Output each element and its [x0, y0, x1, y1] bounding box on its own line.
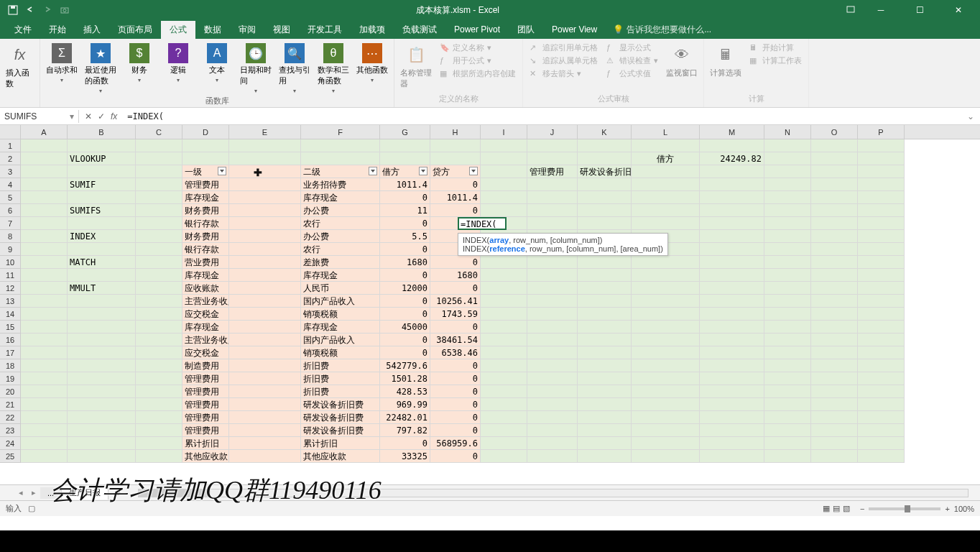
row-header-21[interactable]: 21	[0, 398, 20, 411]
cell-A25[interactable]	[21, 450, 68, 463]
cell-N10[interactable]	[764, 256, 811, 269]
cell-E6[interactable]	[229, 204, 301, 217]
cell-D2[interactable]	[182, 152, 229, 165]
cell-C20[interactable]	[136, 385, 182, 398]
cell-C16[interactable]	[136, 334, 182, 346]
cell-M8[interactable]	[700, 230, 764, 243]
zoom-slider[interactable]	[869, 507, 940, 510]
cell-I4[interactable]	[481, 178, 527, 191]
cell-D21[interactable]: 管理费用	[182, 398, 229, 411]
cell-B15[interactable]	[68, 321, 136, 334]
cell-C3[interactable]	[136, 165, 182, 178]
col-header-K[interactable]: K	[578, 125, 632, 139]
cell-F15[interactable]: 库存现金	[301, 321, 380, 334]
cell-M3[interactable]	[700, 165, 764, 178]
cell-P21[interactable]	[858, 398, 905, 411]
cell-B2[interactable]: VLOOKUP	[68, 152, 136, 165]
cell-J4[interactable]	[527, 178, 578, 191]
cell-C19[interactable]	[136, 372, 182, 385]
tab-insert[interactable]: 插入	[75, 21, 109, 39]
cell-I13[interactable]	[481, 295, 527, 308]
cell-D19[interactable]: 管理费用	[182, 372, 229, 385]
cell-N21[interactable]	[764, 398, 811, 411]
cell-J17[interactable]	[527, 346, 578, 359]
cell-N16[interactable]	[764, 334, 811, 346]
cell-A7[interactable]	[21, 217, 68, 230]
cell-H19[interactable]: 0	[430, 372, 481, 385]
col-header-A[interactable]: A	[21, 125, 68, 139]
cell-P14[interactable]	[858, 308, 905, 321]
tab-team[interactable]: 团队	[509, 21, 543, 39]
cell-E13[interactable]	[229, 295, 301, 308]
cell-N11[interactable]	[764, 269, 811, 282]
cell-M17[interactable]	[700, 346, 764, 359]
cell-I25[interactable]	[481, 450, 527, 463]
cell-P13[interactable]	[858, 295, 905, 308]
tab-powerview[interactable]: Power View	[543, 22, 606, 37]
cell-F16[interactable]: 国内产品收入	[301, 334, 380, 346]
cell-I3[interactable]	[481, 165, 527, 178]
cell-E7[interactable]	[229, 217, 301, 230]
cell-E1[interactable]	[229, 139, 301, 152]
cell-O8[interactable]	[811, 230, 858, 243]
cell-L10[interactable]	[632, 256, 700, 269]
cell-G3[interactable]: 借方	[380, 165, 430, 178]
cell-G4[interactable]: 1011.4	[380, 178, 430, 191]
enter-formula-icon[interactable]: ✓	[98, 111, 105, 121]
cell-O13[interactable]	[811, 295, 858, 308]
cell-H23[interactable]: 0	[430, 424, 481, 437]
tab-loadtest[interactable]: 负载测试	[394, 21, 445, 39]
cell-M16[interactable]	[700, 334, 764, 346]
show-formulas-button[interactable]: ƒ显示公式	[604, 42, 660, 54]
cell-E20[interactable]	[229, 385, 301, 398]
cell-C12[interactable]	[136, 282, 182, 295]
cell-K20[interactable]	[578, 385, 632, 398]
cell-L22[interactable]	[632, 411, 700, 424]
cell-A22[interactable]	[21, 411, 68, 424]
cell-A17[interactable]	[21, 346, 68, 359]
cell-G5[interactable]: 0	[380, 191, 430, 204]
cell-B25[interactable]	[68, 450, 136, 463]
cell-C4[interactable]	[136, 178, 182, 191]
cell-I22[interactable]	[481, 411, 527, 424]
cell-N17[interactable]	[764, 346, 811, 359]
cell-N13[interactable]	[764, 295, 811, 308]
cell-F1[interactable]	[301, 139, 380, 152]
cell-C21[interactable]	[136, 398, 182, 411]
cell-B12[interactable]: MMULT	[68, 282, 136, 295]
cell-E25[interactable]	[229, 450, 301, 463]
cell-P16[interactable]	[858, 334, 905, 346]
funclib-button-2[interactable]: $财务▾	[122, 42, 157, 85]
tab-developer[interactable]: 开发工具	[299, 21, 351, 39]
cell-P4[interactable]	[858, 178, 905, 191]
cell-P20[interactable]	[858, 385, 905, 398]
cell-P12[interactable]	[858, 282, 905, 295]
row-header-22[interactable]: 22	[0, 411, 20, 424]
cell-N19[interactable]	[764, 372, 811, 385]
cell-A2[interactable]	[21, 152, 68, 165]
tab-file[interactable]: 文件	[6, 21, 40, 39]
cell-F20[interactable]: 折旧费	[301, 385, 380, 398]
cell-H21[interactable]: 0	[430, 398, 481, 411]
normal-view-icon[interactable]: ▦	[823, 504, 830, 513]
cell-O11[interactable]	[811, 269, 858, 282]
cell-P22[interactable]	[858, 411, 905, 424]
cell-I10[interactable]	[481, 256, 527, 269]
cell-E16[interactable]	[229, 334, 301, 346]
maximize-button[interactable]: ☐	[905, 1, 934, 19]
trace-dependents-button[interactable]: ↘追踪从属单元格	[527, 55, 600, 67]
cell-A14[interactable]	[21, 308, 68, 321]
tab-powerpivot[interactable]: Power Pivot	[445, 22, 509, 37]
col-header-L[interactable]: L	[632, 125, 700, 139]
cell-P11[interactable]	[858, 269, 905, 282]
row-header-11[interactable]: 11	[0, 269, 20, 282]
row-header-10[interactable]: 10	[0, 256, 20, 269]
calc-sheet-button[interactable]: ▦计算工作表	[747, 55, 804, 67]
cell-C22[interactable]	[136, 411, 182, 424]
row-header-5[interactable]: 5	[0, 191, 20, 204]
active-cell[interactable]: =INDEX(	[458, 217, 507, 230]
row-header-2[interactable]: 2	[0, 152, 20, 165]
cell-P2[interactable]	[858, 152, 905, 165]
cell-L17[interactable]	[632, 346, 700, 359]
cell-M23[interactable]	[700, 424, 764, 437]
